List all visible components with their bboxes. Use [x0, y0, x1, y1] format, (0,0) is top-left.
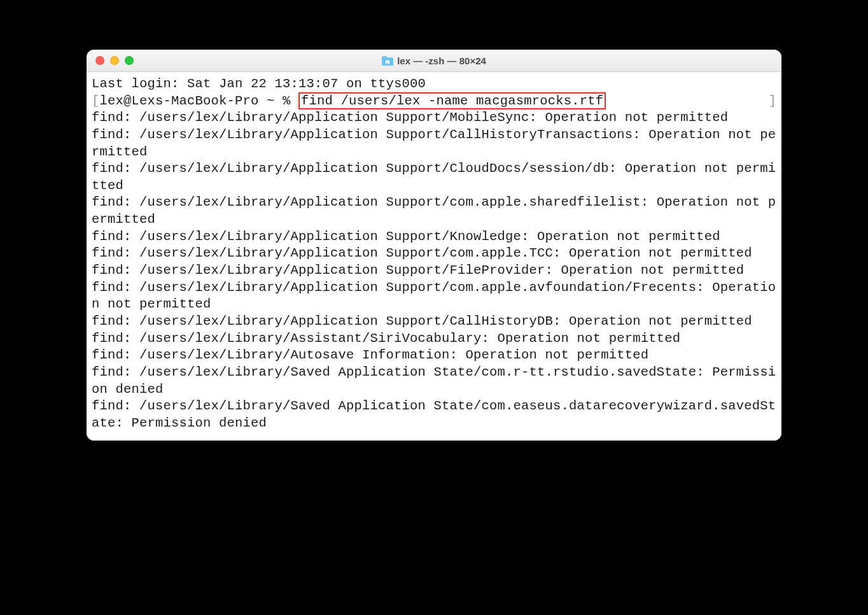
window-title: lex — -zsh — 80×24 — [87, 55, 781, 66]
traffic-lights — [95, 56, 134, 65]
close-button[interactable] — [95, 56, 104, 65]
shell-prompt: lex@Lexs-MacBook-Pro ~ % — [100, 94, 299, 108]
terminal-window: lex — -zsh — 80×24 Last login: Sat Jan 2… — [87, 50, 781, 441]
output-line: find: /users/lex/Library/Application Sup… — [92, 127, 776, 160]
home-folder-icon — [382, 56, 393, 66]
output-line: find: /users/lex/Library/Application Sup… — [92, 194, 776, 228]
output-line: find: /users/lex/Library/Application Sup… — [92, 313, 776, 330]
zoom-button[interactable] — [125, 56, 134, 65]
minimize-button[interactable] — [110, 56, 119, 65]
output-line: find: /users/lex/Library/Application Sup… — [92, 279, 776, 313]
output-line: find: /users/lex/Library/Application Sup… — [92, 110, 776, 127]
output-line: find: /users/lex/Library/Application Sup… — [92, 262, 776, 279]
last-login-line: Last login: Sat Jan 22 13:13:07 on ttys0… — [92, 76, 776, 93]
output-line: find: /users/lex/Library/Application Sup… — [92, 160, 776, 194]
output-line: find: /users/lex/Library/Saved Applicati… — [92, 398, 776, 432]
window-titlebar[interactable]: lex — -zsh — 80×24 — [87, 50, 781, 72]
bracket-open: [ — [92, 94, 100, 108]
bracket-close: ] — [768, 93, 776, 110]
output-line: find: /users/lex/Library/Assistant/SiriV… — [92, 330, 776, 348]
command-highlight: find /users/lex -name macgasmrocks.rtf — [298, 92, 606, 110]
window-title-text: lex — -zsh — 80×24 — [397, 55, 486, 66]
terminal-output: find: /users/lex/Library/Application Sup… — [92, 110, 776, 432]
prompt-line: [lex@Lexs-MacBook-Pro ~ % find /users/le… — [92, 92, 606, 110]
output-line: find: /users/lex/Library/Autosave Inform… — [92, 347, 776, 364]
output-line: find: /users/lex/Library/Application Sup… — [92, 245, 776, 262]
output-line: find: /users/lex/Library/Application Sup… — [92, 229, 776, 246]
output-line: find: /users/lex/Library/Saved Applicati… — [92, 364, 776, 398]
terminal-content[interactable]: Last login: Sat Jan 22 13:13:07 on ttys0… — [87, 72, 781, 441]
svg-rect-0 — [382, 57, 393, 66]
